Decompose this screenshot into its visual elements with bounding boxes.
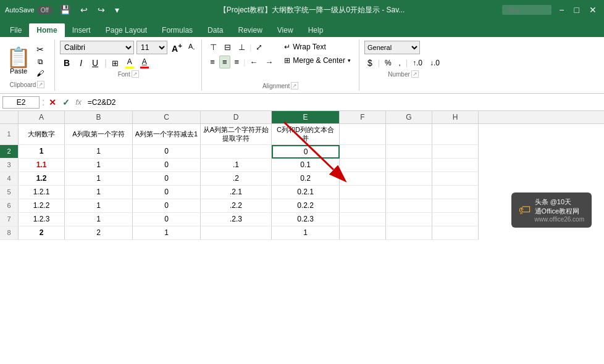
cell-d2[interactable] bbox=[201, 145, 272, 159]
autosave-toggle[interactable]: Off bbox=[37, 6, 52, 14]
tab-formulas[interactable]: Formulas bbox=[154, 23, 200, 37]
font-expand[interactable]: ↗ bbox=[132, 70, 139, 78]
close-button[interactable]: ✕ bbox=[587, 5, 599, 15]
cell-g6[interactable] bbox=[386, 199, 432, 213]
cell-c3[interactable]: 0 bbox=[133, 159, 201, 172]
cell-h8[interactable] bbox=[432, 226, 479, 240]
format-painter-button[interactable]: 🖌 bbox=[35, 68, 46, 78]
cell-f5[interactable] bbox=[340, 186, 386, 199]
cell-d4[interactable]: .2 bbox=[201, 172, 272, 186]
cut-button[interactable]: ✂ bbox=[35, 44, 46, 55]
col-header-c[interactable]: C bbox=[133, 111, 201, 123]
cell-e6[interactable]: 0.2.2 bbox=[272, 199, 340, 213]
cell-c5[interactable]: 0 bbox=[133, 186, 201, 199]
cell-a6[interactable]: 1.2.2 bbox=[19, 199, 65, 213]
cell-b2[interactable]: 1 bbox=[65, 145, 133, 159]
decimal-decrease-button[interactable]: ↓.0 bbox=[427, 58, 442, 68]
cell-g8[interactable] bbox=[386, 226, 432, 240]
cell-d5[interactable]: .2.1 bbox=[201, 186, 272, 199]
cell-d7[interactable]: .2.3 bbox=[201, 213, 272, 226]
tab-view[interactable]: View bbox=[270, 23, 301, 37]
tab-home[interactable]: Home bbox=[29, 23, 64, 37]
currency-button[interactable]: $ bbox=[364, 57, 375, 69]
cell-c4[interactable]: 0 bbox=[133, 172, 201, 186]
cell-b1[interactable]: A列取第一个字符 bbox=[65, 124, 133, 145]
font-family-select[interactable]: Calibri bbox=[60, 41, 134, 54]
decimal-increase-button[interactable]: ↑.0 bbox=[410, 58, 425, 68]
cell-e3[interactable]: 0.1 bbox=[272, 159, 340, 172]
cell-a5[interactable]: 1.2.1 bbox=[19, 186, 65, 199]
formula-fx-button[interactable]: fx bbox=[74, 98, 82, 107]
cell-f2[interactable] bbox=[340, 145, 386, 159]
orientation-button[interactable]: ⤢ bbox=[253, 41, 266, 54]
col-header-f[interactable]: F bbox=[340, 111, 386, 123]
paste-button[interactable]: 📋 Paste bbox=[2, 41, 35, 81]
cell-a4[interactable]: 1.2 bbox=[19, 172, 65, 186]
cell-g2[interactable] bbox=[386, 145, 432, 159]
fill-color-button[interactable]: A bbox=[124, 57, 136, 69]
cell-f3[interactable] bbox=[340, 159, 386, 172]
tab-review[interactable]: Review bbox=[230, 23, 269, 37]
indent-decrease-button[interactable]: ← bbox=[246, 56, 261, 68]
cell-a1[interactable]: 大纲数字 bbox=[19, 124, 65, 145]
copy-button[interactable]: ⧉ bbox=[35, 57, 46, 67]
indent-increase-button[interactable]: → bbox=[262, 56, 276, 68]
tab-help[interactable]: Help bbox=[301, 23, 331, 37]
percent-button[interactable]: % bbox=[382, 58, 394, 68]
cell-d1[interactable]: 从A列第二个字符开始提取字符 bbox=[201, 124, 272, 145]
clipboard-expand[interactable]: ↗ bbox=[37, 81, 44, 88]
borders-button[interactable]: ⊞ bbox=[109, 57, 121, 69]
col-header-a[interactable]: A bbox=[19, 111, 65, 123]
cell-h6[interactable] bbox=[432, 199, 479, 213]
cell-d6[interactable]: .2.2 bbox=[201, 199, 272, 213]
cell-e1[interactable]: C列和D列的文本合并 bbox=[272, 124, 340, 145]
col-header-e[interactable]: E bbox=[272, 111, 340, 123]
col-header-g[interactable]: G bbox=[386, 111, 432, 123]
cell-a7[interactable]: 1.2.3 bbox=[19, 213, 65, 226]
cell-b6[interactable]: 1 bbox=[65, 199, 133, 213]
align-top-button[interactable]: ⊤ bbox=[207, 41, 220, 54]
cell-g3[interactable] bbox=[386, 159, 432, 172]
cell-a2[interactable]: 1 bbox=[19, 145, 65, 159]
align-bottom-button[interactable]: ⊥ bbox=[235, 41, 248, 54]
cell-b5[interactable]: 1 bbox=[65, 186, 133, 199]
cell-b4[interactable]: 1 bbox=[65, 172, 133, 186]
cell-h4[interactable] bbox=[432, 172, 479, 186]
redo-button[interactable]: ↪ bbox=[95, 5, 107, 15]
col-header-d[interactable]: D bbox=[201, 111, 272, 123]
undo-button[interactable]: ↩ bbox=[78, 5, 90, 15]
merge-center-button[interactable]: ⊞ Merge & Center ▾ bbox=[281, 54, 354, 67]
cell-e7[interactable]: 0.2.3 bbox=[272, 213, 340, 226]
cell-d3[interactable]: .1 bbox=[201, 159, 272, 172]
cell-c2[interactable]: 0 bbox=[133, 145, 201, 159]
grow-font-button[interactable]: A+ bbox=[170, 41, 184, 54]
align-center-button[interactable]: ≡ bbox=[219, 56, 230, 68]
underline-button[interactable]: U bbox=[88, 57, 102, 69]
cell-h1[interactable] bbox=[432, 124, 479, 145]
customize-button[interactable]: ▾ bbox=[112, 5, 122, 15]
cell-h5[interactable] bbox=[432, 186, 479, 199]
cell-g1[interactable] bbox=[386, 124, 432, 145]
comma-button[interactable]: , bbox=[396, 58, 403, 68]
cell-a8[interactable]: 2 bbox=[19, 226, 65, 240]
bold-button[interactable]: B bbox=[60, 57, 73, 69]
cell-d8[interactable] bbox=[201, 226, 272, 240]
merge-dropdown-icon[interactable]: ▾ bbox=[348, 57, 351, 64]
cell-b3[interactable]: 1 bbox=[65, 159, 133, 172]
number-format-select[interactable]: General bbox=[364, 41, 420, 54]
cell-f7[interactable] bbox=[340, 213, 386, 226]
cell-c7[interactable]: 0 bbox=[133, 213, 201, 226]
font-color-button[interactable]: A bbox=[138, 57, 151, 69]
cell-b8[interactable]: 2 bbox=[65, 226, 133, 240]
search-input[interactable] bbox=[502, 5, 552, 15]
cell-c6[interactable]: 0 bbox=[133, 199, 201, 213]
cell-c8[interactable]: 1 bbox=[133, 226, 201, 240]
italic-button[interactable]: I bbox=[76, 57, 86, 69]
alignment-expand[interactable]: ↗ bbox=[291, 82, 298, 89]
formula-input[interactable] bbox=[85, 98, 602, 107]
align-left-button[interactable]: ≡ bbox=[207, 56, 218, 68]
align-middle-button[interactable]: ⊟ bbox=[221, 41, 234, 54]
align-right-button[interactable]: ≡ bbox=[232, 56, 243, 68]
formula-confirm-button[interactable]: ✓ bbox=[61, 97, 72, 107]
cell-g4[interactable] bbox=[386, 172, 432, 186]
